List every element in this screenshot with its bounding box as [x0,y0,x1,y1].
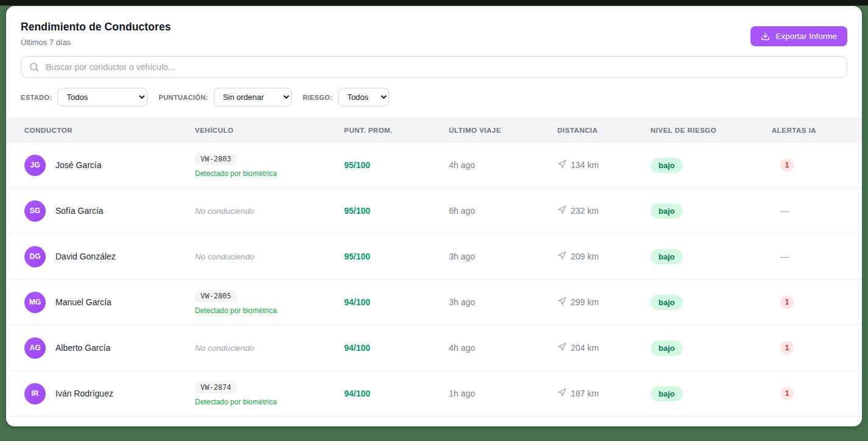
distance-value: 232 km [571,206,599,216]
table-header: CONDUCTOR VEHÍCULO PUNT. PROM. ÚLTIMO VI… [6,118,862,143]
filter-riesgo: RIESGO: Todos [303,88,389,107]
table-row[interactable]: JG José García VW-2803 Detectado por bio… [6,143,862,188]
conductor-cell: IR Iván Rodríguez [24,383,195,404]
table-row[interactable]: IR Iván Rodríguez VW-2874 Detectado por … [6,371,862,417]
driver-name: Sofía García [55,206,104,216]
filter-puntuacion-select[interactable]: Sin ordenar [214,88,292,107]
alerts-empty: — [780,252,789,261]
last-trip-cell: 4h ago [449,160,557,171]
vehicle-cell: VW-2805 Detectado por biométrica [195,290,344,315]
alerts-badge: 1 [780,387,794,400]
filter-estado-label: ESTADO: [21,94,52,101]
conductor-cell: JG José García [24,155,195,176]
table-row[interactable]: SG Sofía García No conduciendo 95/100 6h… [6,188,862,234]
avatar: AG [24,337,46,359]
distance-value: 134 km [571,160,599,170]
vehicle-cell: No conduciendo [195,251,344,262]
risk-cell: bajo [651,295,772,310]
alerts-cell: 1 [772,295,862,309]
filter-estado-select[interactable]: Todos [57,88,147,107]
avatar: JG [24,155,46,176]
risk-cell: bajo [651,249,772,264]
avatar: DG [24,246,46,267]
driver-performance-panel: Rendimiento de Conductores Últimos 7 día… [6,6,862,426]
navigation-icon [557,342,566,353]
avatar: IR [24,383,46,404]
not-driving-label: No conduciendo [195,344,255,353]
conductor-cell: SG Sofía García [24,200,195,222]
alerts-cell: — [772,251,862,262]
col-ultimo-viaje: ÚLTIMO VIAJE [449,127,557,134]
avatar-initials: MG [29,298,41,306]
biometric-label: Detectado por biométrica [195,169,344,178]
filter-riesgo-select[interactable]: Todos [338,88,389,107]
alerts-badge: 1 [780,341,794,355]
avatar-initials: DG [30,252,41,261]
table-row[interactable]: MG Manuel García VW-2805 Detectado por b… [6,280,862,325]
filter-puntuacion-label: PUNTUACIÓN: [158,94,208,101]
score-value: 95/100 [344,160,370,170]
col-conductor: CONDUCTOR [24,127,195,134]
distance-cell: 299 km [557,297,651,308]
not-driving-label: No conduciendo [195,206,255,216]
score-cell: 94/100 [344,297,449,308]
risk-cell: bajo [651,158,772,173]
panel-header: Rendimiento de Conductores Últimos 7 día… [6,6,862,47]
col-vehiculo: VEHÍCULO [195,127,344,134]
conductor-cell: MG Manuel García [24,292,195,313]
vehicle-cell: VW-2803 Detectado por biométrica [195,153,344,178]
last-trip-cell: 3h ago [449,251,557,262]
not-driving-label: No conduciendo [195,252,255,261]
distance-cell: 187 km [557,388,651,399]
filter-puntuacion: PUNTUACIÓN: Sin ordenar [158,88,291,107]
conductor-cell: DG David González [24,246,195,267]
alerts-badge: 1 [780,295,794,309]
vehicle-badge: VW-2803 [195,153,237,165]
score-value: 94/100 [344,297,370,307]
navigation-icon [557,251,566,262]
score-cell: 95/100 [344,160,449,171]
filter-bar: ESTADO: Todos PUNTUACIÓN: Sin ordenar RI… [6,88,862,107]
distance-cell: 209 km [557,251,651,262]
col-nivel-riesgo: NIVEL DE RIESGO [651,127,772,134]
risk-cell: bajo [651,340,772,356]
export-report-label: Exportar Informe [775,32,837,41]
score-cell: 94/100 [344,342,449,353]
risk-badge: bajo [651,158,683,173]
driver-name: Manuel García [55,297,111,307]
last-trip-cell: 6h ago [449,205,557,216]
last-trip-cell: 3h ago [449,297,557,308]
driver-name: José García [55,160,101,170]
score-value: 94/100 [344,343,370,353]
export-report-button[interactable]: Exportar Informe [750,26,847,46]
last-trip-value: 3h ago [449,252,475,261]
avatar-initials: AG [30,344,41,352]
search-input[interactable] [21,56,847,78]
risk-badge: bajo [651,386,683,401]
last-trip-cell: 1h ago [449,388,557,399]
search-bar [6,56,862,78]
alerts-badge: 1 [780,158,794,172]
last-trip-value: 4h ago [449,343,475,353]
driver-name: Iván Rodríguez [55,389,113,398]
risk-badge: bajo [651,295,683,310]
driver-name: Alberto García [55,343,110,353]
navigation-icon [557,160,566,171]
last-trip-value: 1h ago [449,389,475,398]
table-row[interactable]: AG Alberto García No conduciendo 94/100 … [6,325,862,371]
alerts-cell: — [772,205,862,216]
table-row[interactable]: DG David González No conduciendo 95/100 … [6,234,862,280]
score-value: 95/100 [344,252,370,261]
col-alertas-ia: ALERTAS IA [772,127,862,134]
driver-name: David González [55,252,116,261]
score-cell: 95/100 [344,251,449,262]
conductor-cell: AG Alberto García [24,337,195,359]
col-punt-prom: PUNT. PROM. [344,127,449,134]
risk-badge: bajo [651,340,683,356]
distance-cell: 134 km [557,160,651,171]
last-trip-value: 6h ago [449,206,475,216]
distance-value: 204 km [571,343,599,353]
alerts-empty: — [780,206,789,216]
col-distancia: DISTANCIA [557,127,651,134]
table-body: JG José García VW-2803 Detectado por bio… [6,143,862,417]
